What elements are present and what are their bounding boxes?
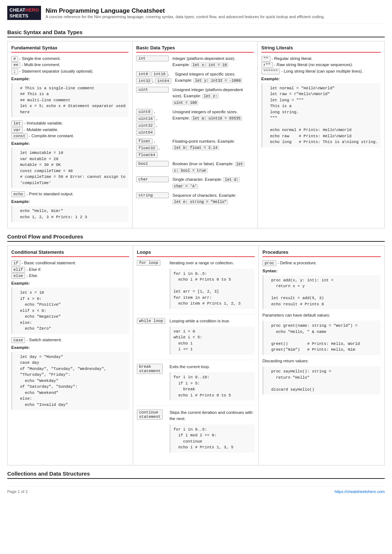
dt-char-row: char Single character. Example: let d:ch… — [136, 176, 253, 190]
params-label: Parameters can have default values: — [262, 312, 381, 318]
int-sized-desc: Signed integers of specific sizes.Exampl… — [175, 71, 254, 84]
continue-code: for i in 0..5: if i mod 2 == 0: continue… — [170, 424, 255, 453]
while-desc: Looping while a condition is true. var i… — [170, 318, 255, 357]
dt-float-row: float , float32 , float64 Floating-point… — [136, 138, 253, 158]
semicolon-row: ; - Statement separator (usually optiona… — [11, 68, 128, 74]
break-desc: Exits the current loop. for i in 0..10: … — [170, 364, 255, 403]
let-badge: let — [11, 121, 23, 126]
break-row: breakstatement Exits the current loop. f… — [137, 364, 255, 406]
if-desc: - Basic conditional statement. — [22, 261, 76, 265]
case-code-block: let day = "Monday" case day of "Monday",… — [11, 352, 129, 410]
proc-syntax-code: proc add(x, y: int): int = return x + y … — [262, 275, 381, 310]
uint64-badge: uint64 — [136, 130, 155, 135]
code-block-3: echo "Hello, Nim!" echo 1, 2, 3 # Prints… — [11, 206, 128, 222]
page-footer: Page 1 of 2 https://cheatsheetshero.com — [7, 486, 385, 494]
str-code-block: let normal = "Hello\nWorld" let raw = r"… — [261, 83, 381, 147]
procedures-panel: Procedures proc - Define a procedure. Sy… — [259, 246, 384, 465]
if-badge: if — [11, 260, 20, 266]
col-header-strings: String Literals — [261, 45, 381, 53]
control-flow-grid: Conditional Statements if - Basic condit… — [7, 245, 385, 465]
footer-link[interactable]: https://cheatsheetshero.com — [335, 489, 385, 494]
int8-badge: int8 — [136, 71, 150, 77]
if-row: if - Basic conditional statement. — [11, 260, 129, 266]
header-text: Nim Programming Language Cheatsheet A co… — [45, 7, 324, 19]
dt-string-row: string Sequence of characters. Example:l… — [136, 192, 253, 205]
int32-badge: int32 — [136, 78, 152, 84]
while-loop-row: while loop Looping while a condition is … — [137, 318, 255, 360]
uint-sized-desc: Unsigned integers of specific sizes.Exam… — [172, 109, 253, 122]
section-heading-control: Control Flow and Procedures — [7, 233, 385, 242]
else-row: else - Else. — [11, 273, 129, 279]
float32-badge: float32 — [136, 145, 157, 151]
uint16-badge: uint16 — [136, 116, 155, 122]
fundamental-syntax-panel: Fundamental Syntax # - Single-line comme… — [8, 41, 132, 228]
dt-uint-sized-row: uint8 , uint16 , uint32 , uint64 Unsigne… — [136, 109, 253, 135]
page-subtitle: A concise reference for the Nim programm… — [45, 15, 324, 19]
example-label-3: Example: — [11, 199, 128, 204]
col-header-procedures: Procedures — [262, 249, 381, 257]
section-heading-collections: Collections and Data Structures — [7, 471, 385, 479]
case-badge: case — [11, 337, 25, 343]
for-badge: for loop — [137, 260, 160, 266]
str-long-desc: - Long string literal (can span multiple… — [281, 69, 363, 73]
loops-panel: Loops for loop Iterating over a range or… — [133, 246, 259, 465]
conditional-panel: Conditional Statements if - Basic condit… — [8, 246, 133, 465]
echo-row: echo - Print to standard output. — [11, 191, 128, 197]
uint-desc: Unsigned integer (platform-dependent siz… — [172, 87, 253, 106]
echo-desc: - Print to standard output. — [26, 192, 74, 196]
const-desc: - Compile-time constant. — [29, 134, 74, 138]
for-loop-row: for loop Iterating over a range or colle… — [137, 260, 255, 314]
float-desc: Floating-point numbers. Example:let b: f… — [172, 138, 253, 151]
logo-cheat: CHEAT — [9, 7, 25, 13]
str-dbl-desc: - Regular string literal. — [271, 56, 312, 61]
params-code: proc greet(name: string = "World") = ech… — [262, 321, 381, 355]
basic-data-types-panel: Basic Data Types int Integer (platform-d… — [132, 41, 257, 228]
var-desc: - Mutable variable. — [24, 127, 58, 132]
continue-badge: continuestatement — [137, 410, 163, 420]
uint32-badge: uint32 — [136, 123, 155, 129]
col-header-fundamental: Fundamental Syntax — [11, 45, 128, 53]
hash-desc: - Single-line comment. — [19, 56, 61, 61]
int16-badge: int16 — [151, 71, 168, 77]
elif-badge: elif — [11, 267, 25, 273]
col-header-loops: Loops — [137, 249, 255, 257]
string-desc: Sequence of characters. Example:let e: s… — [172, 192, 253, 205]
dt-bool-row: bool Boolean (true or false). Example: l… — [136, 161, 253, 174]
cond-example-label: Example: — [11, 281, 129, 285]
for-code: for i in 0..5: echo i # Prints 0 to 5 le… — [170, 269, 255, 309]
str-example-label: Example: — [261, 77, 381, 81]
page-title: Nim Programming Language Cheatsheet — [45, 7, 324, 15]
code-block-2: let immutable = 10 var mutable = 20 muta… — [11, 148, 128, 188]
int-desc: Integer (platform-dependent size).Exampl… — [172, 56, 253, 68]
var-row: var - Mutable variable. — [11, 127, 128, 133]
bool-desc: Boolean (true or false). Example: letc: … — [172, 161, 253, 174]
while-code: var i = 0 while i < 5: echo i i += 1 — [170, 326, 255, 355]
case-desc: - Switch statement. — [26, 338, 62, 342]
continue-desc: Skips the current iteration and continue… — [170, 410, 255, 455]
elif-row: elif - Else if. — [11, 266, 129, 273]
str-raw-desc: - Raw string literal (no escape sequence… — [274, 62, 353, 67]
dt-int-row: int Integer (platform-dependent size).Ex… — [136, 56, 253, 68]
float64-badge: float64 — [136, 152, 157, 158]
col-header-datatypes: Basic Data Types — [136, 45, 253, 53]
for-desc: Iterating over a range or collection. fo… — [170, 260, 255, 311]
continue-row: continuestatement Skips the current iter… — [137, 410, 255, 458]
str-regular-row: "" - Regular string literal. — [261, 56, 381, 62]
logo-hero: HERO — [25, 7, 39, 13]
example-label-1: Example: — [11, 77, 128, 81]
proc-desc: - Define a procedure. — [278, 261, 317, 265]
break-code: for i in 0..10: if i > 5: break echo i #… — [170, 372, 255, 400]
else-desc: - Else. — [26, 273, 38, 278]
hash-badge: # — [11, 56, 18, 62]
section-heading-basic: Basic Syntax and Data Types — [7, 29, 385, 37]
semi-desc: - Statement separator (usually optional)… — [19, 69, 94, 73]
int-badge: int — [136, 56, 169, 61]
str-raw-row: r"" - Raw string literal (no escape sequ… — [261, 62, 381, 68]
logo: CHEATHERO SHEETS — [7, 6, 41, 20]
str-raw-badge: r"" — [261, 62, 273, 68]
else-badge: else — [11, 273, 25, 279]
var-badge: var — [11, 127, 23, 133]
comment-multi-row: ## - Multi-line comment. — [11, 62, 128, 68]
cond-code-block: let x = 10 if x > 0: echo "Positive" eli… — [11, 288, 129, 334]
int64-badge: int64 — [155, 78, 171, 84]
